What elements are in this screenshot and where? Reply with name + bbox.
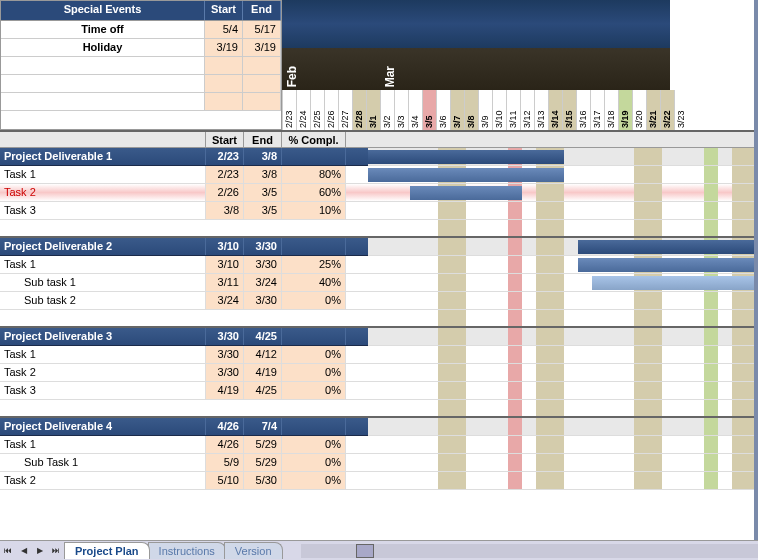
se-end[interactable] xyxy=(243,93,281,110)
task-start[interactable]: 5/9 xyxy=(206,454,244,471)
deliv-start[interactable]: 4/26 xyxy=(206,418,244,435)
task-start[interactable]: 3/8 xyxy=(206,202,244,219)
task-end[interactable]: 4/19 xyxy=(244,364,282,381)
month-segment: Mar xyxy=(380,0,670,90)
tab-nav-first[interactable]: ⏮ xyxy=(1,544,15,558)
task-name[interactable]: Sub Task 1 xyxy=(0,454,206,471)
task-compl[interactable]: 0% xyxy=(282,454,346,471)
task-start[interactable]: 4/26 xyxy=(206,436,244,453)
task-compl[interactable]: 0% xyxy=(282,436,346,453)
task-name[interactable]: Task 3 xyxy=(0,382,206,399)
vertical-scrollbar[interactable] xyxy=(754,0,758,540)
se-end[interactable] xyxy=(243,57,281,74)
task-name[interactable]: Task 3 xyxy=(0,202,206,219)
se-name[interactable]: Time off xyxy=(1,21,205,38)
deliv-end[interactable]: 3/8 xyxy=(244,148,282,165)
task-end[interactable]: 5/29 xyxy=(244,454,282,471)
sheet-tab[interactable]: Instructions xyxy=(148,542,226,559)
se-start[interactable] xyxy=(205,57,243,74)
date-cell: 3/9 xyxy=(478,90,492,130)
task-compl[interactable]: 0% xyxy=(282,364,346,381)
se-start[interactable]: 5/4 xyxy=(205,21,243,38)
scroll-thumb[interactable] xyxy=(356,544,374,558)
task-name[interactable]: Sub task 1 xyxy=(0,274,206,291)
month-segment: Feb xyxy=(282,0,380,90)
task-end[interactable]: 3/5 xyxy=(244,202,282,219)
task-end[interactable]: 3/24 xyxy=(244,274,282,291)
date-cell: 3/2 xyxy=(380,90,394,130)
task-end[interactable]: 3/8 xyxy=(244,166,282,183)
task-name[interactable]: Task 1 xyxy=(0,166,206,183)
task-start[interactable]: 2/23 xyxy=(206,166,244,183)
task-compl[interactable]: 25% xyxy=(282,256,346,273)
deliv-end[interactable]: 3/30 xyxy=(244,238,282,255)
special-event-row[interactable] xyxy=(1,75,281,93)
task-name[interactable]: Task 1 xyxy=(0,436,206,453)
tab-nav-next[interactable]: ▶ xyxy=(33,544,47,558)
task-compl[interactable]: 0% xyxy=(282,346,346,363)
special-events-table: Special Events Start End Time off 5/4 5/… xyxy=(0,0,282,130)
task-end[interactable]: 3/30 xyxy=(244,292,282,309)
task-start[interactable]: 3/11 xyxy=(206,274,244,291)
task-compl[interactable]: 40% xyxy=(282,274,346,291)
se-end[interactable]: 3/19 xyxy=(243,39,281,56)
horizontal-scrollbar[interactable] xyxy=(301,544,758,558)
se-name[interactable] xyxy=(1,93,205,110)
deliv-end[interactable]: 7/4 xyxy=(244,418,282,435)
task-name[interactable]: Task 2 xyxy=(0,472,206,489)
deliv-start[interactable]: 3/30 xyxy=(206,328,244,345)
task-compl[interactable]: 80% xyxy=(282,166,346,183)
sheet-tab[interactable]: Version xyxy=(224,542,283,559)
deliv-start[interactable]: 2/23 xyxy=(206,148,244,165)
task-end[interactable]: 5/29 xyxy=(244,436,282,453)
task-end[interactable]: 4/12 xyxy=(244,346,282,363)
task-name[interactable]: Task 1 xyxy=(0,346,206,363)
date-cell: 3/1 xyxy=(366,90,380,130)
task-end[interactable]: 3/30 xyxy=(244,256,282,273)
task-start[interactable]: 2/26 xyxy=(206,184,244,201)
task-start[interactable]: 3/30 xyxy=(206,346,244,363)
task-name[interactable]: Task 1 xyxy=(0,256,206,273)
task-compl[interactable]: 0% xyxy=(282,292,346,309)
se-start[interactable] xyxy=(205,93,243,110)
date-cell: 3/8 xyxy=(464,90,478,130)
special-event-row[interactable]: Time off 5/4 5/17 xyxy=(1,21,281,39)
task-end[interactable]: 3/5 xyxy=(244,184,282,201)
task-start[interactable]: 5/10 xyxy=(206,472,244,489)
date-cell: 3/6 xyxy=(436,90,450,130)
task-start[interactable]: 3/10 xyxy=(206,256,244,273)
task-name[interactable]: Task 2 xyxy=(0,364,206,381)
deliv-start[interactable]: 3/10 xyxy=(206,238,244,255)
sheet-tab[interactable]: Project Plan xyxy=(64,542,150,559)
task-name[interactable]: Sub task 2 xyxy=(0,292,206,309)
task-compl[interactable]: 0% xyxy=(282,472,346,489)
task-name[interactable]: Task 2 xyxy=(0,184,206,201)
deliv-name: Project Deliverable 3 xyxy=(0,328,206,345)
task-compl[interactable]: 0% xyxy=(282,382,346,399)
task-end[interactable]: 5/30 xyxy=(244,472,282,489)
gantt-task-row xyxy=(368,382,758,400)
gantt-bar xyxy=(578,258,754,272)
se-name[interactable] xyxy=(1,57,205,74)
task-compl[interactable]: 10% xyxy=(282,202,346,219)
special-event-row[interactable] xyxy=(1,57,281,75)
tab-nav-prev[interactable]: ◀ xyxy=(17,544,31,558)
se-name[interactable] xyxy=(1,75,205,92)
task-compl[interactable]: 60% xyxy=(282,184,346,201)
se-end[interactable] xyxy=(243,75,281,92)
task-end[interactable]: 4/25 xyxy=(244,382,282,399)
se-start[interactable] xyxy=(205,75,243,92)
special-event-row[interactable]: Holiday 3/19 3/19 xyxy=(1,39,281,57)
task-start[interactable]: 4/19 xyxy=(206,382,244,399)
date-cell: 2/23 xyxy=(282,90,296,130)
se-end[interactable]: 5/17 xyxy=(243,21,281,38)
deliv-end[interactable]: 4/25 xyxy=(244,328,282,345)
se-name[interactable]: Holiday xyxy=(1,39,205,56)
se-start[interactable]: 3/19 xyxy=(205,39,243,56)
gantt-deliv-row xyxy=(368,328,758,346)
task-start[interactable]: 3/24 xyxy=(206,292,244,309)
date-cell: 3/22 xyxy=(660,90,674,130)
tab-nav-last[interactable]: ⏭ xyxy=(49,544,63,558)
special-event-row[interactable] xyxy=(1,93,281,111)
task-start[interactable]: 3/30 xyxy=(206,364,244,381)
